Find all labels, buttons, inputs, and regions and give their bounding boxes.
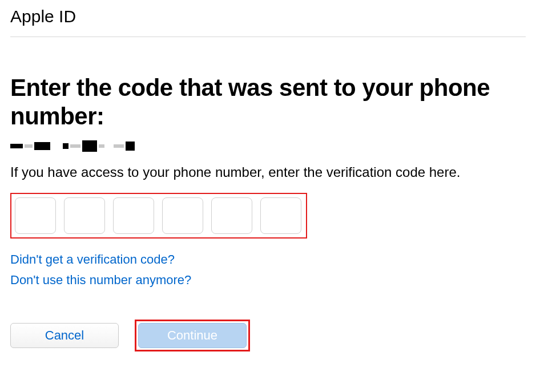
cancel-button[interactable]: Cancel — [10, 323, 119, 348]
code-input-highlight — [10, 193, 307, 239]
page-title: Apple ID — [10, 7, 526, 26]
didnt-get-code-link[interactable]: Didn't get a verification code? — [10, 252, 175, 267]
code-digit-6[interactable] — [260, 197, 301, 234]
code-digit-2[interactable] — [64, 197, 105, 234]
prompt-heading: Enter the code that was sent to your pho… — [10, 74, 526, 130]
verification-code-row — [15, 197, 301, 234]
code-digit-1[interactable] — [15, 197, 56, 234]
dont-use-number-link[interactable]: Don't use this number anymore? — [10, 273, 191, 288]
button-row: Cancel Continue — [10, 320, 526, 351]
code-digit-4[interactable] — [162, 197, 203, 234]
continue-highlight: Continue — [135, 320, 250, 351]
phone-number-redacted — [10, 138, 526, 154]
header: Apple ID — [10, 7, 526, 37]
help-links: Didn't get a verification code? Don't us… — [10, 252, 526, 288]
main-content: Enter the code that was sent to your pho… — [10, 37, 526, 351]
continue-button[interactable]: Continue — [138, 323, 247, 348]
instruction-text: If you have access to your phone number,… — [10, 164, 526, 180]
code-digit-3[interactable] — [113, 197, 154, 234]
code-digit-5[interactable] — [211, 197, 252, 234]
